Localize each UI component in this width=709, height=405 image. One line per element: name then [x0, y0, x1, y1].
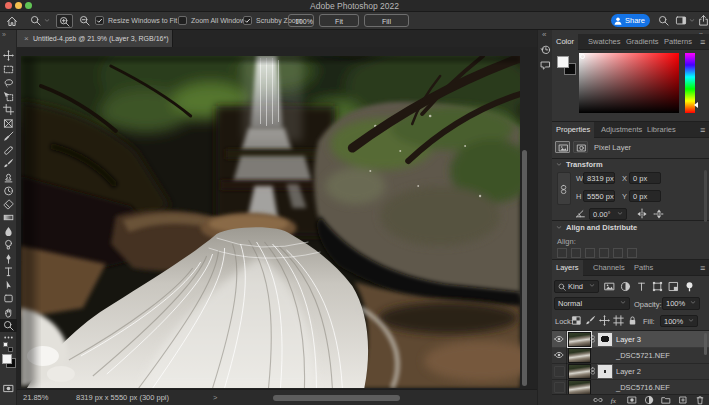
tab-properties[interactable]: Properties [552, 122, 594, 138]
new-adjustment-icon[interactable] [644, 395, 654, 405]
checkbox-zoom-all-windows[interactable] [178, 16, 187, 25]
color-field[interactable] [579, 53, 679, 113]
status-zoom-level[interactable]: 21.85% [23, 390, 48, 405]
layer-mask-thumbnail[interactable] [597, 332, 613, 347]
opacity-field[interactable]: 100% [662, 297, 700, 310]
y-field[interactable]: 0 px [629, 190, 661, 202]
tool-hand[interactable] [0, 306, 17, 319]
tool-move[interactable] [0, 49, 17, 62]
history-panel-icon[interactable] [540, 44, 551, 55]
layer-mask-link-icon[interactable] [590, 334, 597, 344]
fill-chevron-icon[interactable] [688, 319, 694, 324]
layer-name[interactable]: Layer 3 [616, 335, 641, 344]
zoom-tool-icon[interactable] [30, 15, 41, 26]
tool-blur[interactable] [0, 225, 17, 238]
hue-slider-marker[interactable] [694, 102, 698, 108]
link-dimensions-button[interactable] [557, 172, 571, 205]
zoom-in-button[interactable] [56, 14, 73, 28]
panel-foreground-swatch[interactable] [557, 56, 569, 68]
transform-section-title[interactable]: Transform [566, 160, 603, 169]
layer-mask-link-icon[interactable] [590, 366, 597, 376]
foreground-color-swatch[interactable] [2, 354, 12, 364]
quick-mask-button[interactable] [0, 382, 17, 395]
close-tab-icon[interactable]: × [24, 30, 29, 47]
blend-chevron-icon[interactable] [620, 301, 626, 306]
layer-row[interactable]: Layer 2 [552, 363, 709, 380]
layer-name[interactable]: _DSC5721.NEF [616, 351, 670, 360]
new-group-icon[interactable] [661, 395, 671, 405]
canvas-area[interactable] [17, 47, 537, 389]
tool-frame[interactable] [0, 117, 17, 130]
home-icon[interactable] [6, 15, 18, 27]
collapse-dock-left-icon[interactable]: « [542, 30, 546, 39]
pixel-layer-thumb-button[interactable] [555, 141, 570, 153]
tool-clone-stamp[interactable] [0, 171, 17, 184]
tool-shape[interactable] [0, 292, 17, 305]
blend-mode-select[interactable]: Normal [554, 297, 630, 310]
layer-thumbnail[interactable] [568, 348, 591, 363]
align-section-title[interactable]: Align and Distribute [566, 223, 637, 232]
adjust-filter-icon[interactable] [620, 281, 631, 292]
lock-transparent-icon[interactable] [571, 315, 582, 326]
lock-position-icon[interactable] [599, 315, 610, 326]
tool-dodge[interactable] [0, 238, 17, 251]
share-button[interactable]: Share [611, 14, 650, 27]
layer-row[interactable]: _DSC5721.NEF [552, 347, 709, 364]
tab-paths[interactable]: Paths [630, 260, 657, 276]
tab-patterns[interactable]: Patterns [660, 34, 696, 50]
tool-marquee[interactable] [0, 63, 17, 76]
angle-chevron-icon[interactable] [617, 212, 623, 217]
align-collapse-icon[interactable] [556, 226, 562, 231]
add-mask-icon[interactable] [627, 395, 637, 405]
fx-icon[interactable]: fx [610, 395, 620, 405]
eye-icon[interactable] [554, 350, 564, 360]
layer-thumbnail[interactable] [568, 332, 591, 347]
lock-artboard-icon[interactable] [613, 315, 624, 326]
document-tab[interactable]: × Untitled-4.psb @ 21.9% (Layer 3, RGB/1… [17, 30, 173, 47]
mini-background-swatch[interactable] [8, 347, 13, 352]
tool-crop[interactable] [0, 103, 17, 116]
fill-screen-button[interactable]: Fill Screen [364, 14, 409, 27]
canvas-horizontal-scrollbar[interactable] [273, 395, 400, 401]
hue-slider[interactable] [685, 53, 695, 113]
transform-collapse-icon[interactable] [556, 163, 562, 168]
tab-libraries[interactable]: Libraries [643, 122, 680, 138]
link-layers-icon[interactable] [593, 395, 603, 405]
width-field[interactable]: 8319 px [583, 172, 615, 184]
tab-adjustments[interactable]: Adjustments [597, 122, 646, 138]
flip-horizontal-icon[interactable] [636, 208, 648, 220]
tool-history-brush[interactable] [0, 184, 17, 197]
tool-gradient[interactable] [0, 211, 17, 224]
eye-icon[interactable] [554, 334, 564, 344]
tool-type[interactable] [0, 265, 17, 278]
smart-filter-icon[interactable] [668, 281, 679, 292]
height-field[interactable]: 5550 px [583, 190, 615, 202]
fill-field[interactable]: 100% [660, 315, 698, 327]
tool-healing[interactable] [0, 144, 17, 157]
status-expand-chevron[interactable]: > [213, 390, 217, 405]
tool-preset-chevron-icon[interactable] [44, 19, 50, 24]
type-filter-icon[interactable] [636, 281, 647, 292]
kind-chevron-icon[interactable] [589, 284, 595, 289]
comments-panel-icon[interactable] [540, 60, 551, 71]
canvas-image[interactable] [21, 56, 520, 388]
properties-scrollbar[interactable] [704, 170, 707, 222]
toolbar-overflow-icon[interactable]: » [2, 31, 6, 38]
tool-object-select[interactable] [0, 90, 17, 103]
layer-mask-thumb-button[interactable] [573, 141, 588, 153]
zoom-out-button[interactable] [77, 14, 94, 28]
tab-layers[interactable]: Layers [552, 260, 583, 276]
tab-channels[interactable]: Channels [589, 260, 629, 276]
tool-eraser[interactable] [0, 198, 17, 211]
tab-gradients[interactable]: Gradients [622, 34, 663, 50]
angle-field[interactable]: 0.00° [589, 208, 627, 220]
opacity-chevron-icon[interactable] [690, 301, 696, 306]
lock-pixels-icon[interactable] [585, 315, 596, 326]
layer-filter-kind-select[interactable]: Kind [554, 280, 599, 293]
flip-vertical-icon[interactable] [653, 208, 665, 220]
export-icon[interactable] [698, 14, 709, 27]
new-layer-icon[interactable] [678, 395, 688, 405]
tool-lasso[interactable] [0, 76, 17, 89]
layer-thumbnail[interactable] [568, 380, 591, 394]
fit-screen-button[interactable]: Fit Screen [319, 14, 359, 27]
